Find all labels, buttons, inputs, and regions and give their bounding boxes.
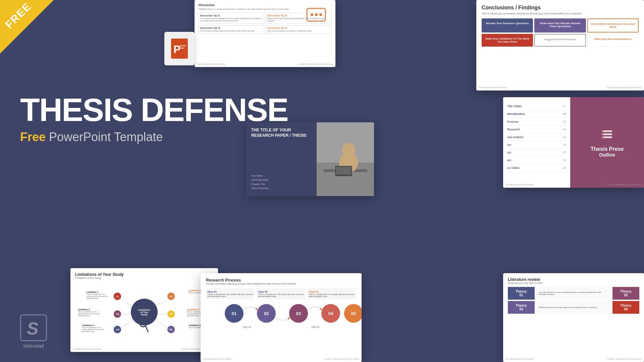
- slidesalad-logo: S slidesalad: [20, 314, 47, 349]
- literature-grid: Theory01 you will not want to cover ever…: [508, 287, 639, 314]
- outline-label-9: ce Slides: [507, 166, 520, 170]
- literature-subtitle: Areas that you may wish to cover: [508, 282, 639, 284]
- theory-01-desc: you will not want to cover everything th…: [536, 287, 611, 300]
- research-steps-top: Step 01 This is a sample text. You simpl…: [206, 288, 356, 299]
- conc-box-4: State Any Limitations To The Work You Ha…: [482, 34, 533, 47]
- watermark-left-outline: Free Slidesalad PowerPoint Template: [506, 184, 534, 186]
- outline-item-3: Purpose 03: [507, 118, 566, 126]
- step-04-label: Step 04: [311, 326, 319, 328]
- outline-num-4: 04: [563, 128, 566, 131]
- theory-02: Theory02: [612, 287, 639, 300]
- outline-label-1: Title Slides: [507, 105, 522, 108]
- watermark-research: Copyright © Slidesalad.com All rights re…: [324, 358, 359, 360]
- subtitle-rest: PowerPoint Template: [46, 130, 163, 144]
- watermark-left-research: Free Slidesalad PowerPoint Template: [203, 358, 231, 360]
- outline-num-6: 06: [563, 143, 566, 146]
- svg-text:01: 01: [232, 311, 236, 316]
- main-title-area: THESIS DEFENSE Free PowerPoint Template: [20, 94, 288, 144]
- lim-node-3: 03: [114, 326, 121, 333]
- outline-label-6: ion: [507, 143, 511, 146]
- your-name: Your Name: [251, 174, 312, 178]
- slide-research: Research Process Provide information reg…: [201, 273, 362, 362]
- outline-num-2: 02: [563, 112, 566, 116]
- step-01-box: Step 01 This is a sample text. You simpl…: [206, 288, 255, 299]
- outline-item-1: Title Slides 01: [507, 103, 566, 110]
- main-title-text: THESIS DEFENSE: [20, 92, 288, 128]
- outline-num-7: 07: [563, 151, 566, 154]
- outline-item-4: Research 04: [507, 126, 566, 133]
- lim-node-5: 05: [167, 310, 175, 318]
- slide-title-right: [317, 122, 374, 196]
- outline-right-icon: [600, 128, 614, 143]
- watermark-outline: Copyright © Slidesalad.com All rights re…: [607, 184, 641, 186]
- research-circles-svg: 01 02 03 04: [221, 303, 341, 324]
- conc-box-1: Restate Your Research Questions: [482, 18, 533, 33]
- free-label: FREE: [3, 0, 34, 31]
- outline-num-3: 03: [563, 120, 566, 123]
- conc-box-3: Show What Contribution You Have Made: [587, 18, 639, 33]
- tip-3-text: How do these findings relate to what oth…: [200, 30, 263, 32]
- slidesalad-label: slidesalad: [23, 343, 44, 349]
- slidesalad-icon: S: [20, 314, 47, 341]
- svg-rect-8: [179, 48, 184, 49]
- svg-point-3: [315, 13, 318, 16]
- discussion-title: Discussion: [199, 3, 331, 7]
- research-title: Research Process: [206, 278, 356, 283]
- conc-box-2: Show How Your Results Answer These Quest…: [534, 18, 586, 33]
- free-word: Free: [20, 130, 46, 144]
- watermark-left-discussion: Free Slidesalad PowerPoint Template: [197, 63, 225, 65]
- theory-03-desc: Different theories that may apply to you…: [536, 301, 611, 314]
- tip-4-text: How can you explain any unusual or surpr…: [267, 30, 330, 32]
- outline-right: Thesis Prese Outline: [570, 97, 644, 188]
- outline-item-5: ical Analysis 05: [507, 133, 566, 141]
- step-01-num: Step 01: [207, 290, 253, 293]
- step-03-num: Step 03: [258, 290, 304, 293]
- outline-item-7: ion 07: [507, 149, 566, 157]
- lim-node-4: 04: [167, 293, 175, 300]
- advisor-name: Name Of Advisor: [251, 186, 312, 191]
- outline-num-9: 09: [563, 166, 566, 170]
- conclusions-grid: Restate Your Research Questions Show How…: [482, 18, 639, 47]
- theory-03: Theory03: [508, 301, 535, 314]
- lim-node-6: 06: [167, 326, 175, 333]
- svg-rect-21: [336, 167, 351, 175]
- slide-limitations: Limitations of Your Study Limitations of…: [70, 268, 218, 352]
- slide-literature: Literature review Areas that you may wis…: [503, 273, 644, 362]
- svg-point-13: [602, 133, 604, 135]
- step-05-num: Step 05: [309, 290, 355, 293]
- program-title: Program Title: [251, 182, 312, 187]
- watermark-left-lit: Free Slidesalad PowerPoint Template: [506, 358, 534, 360]
- outline-label-4: Research: [507, 128, 520, 131]
- tip-1-text: This is where you will highlight what yo…: [200, 17, 263, 22]
- watermark-left-lim: Free Slidesalad PowerPoint Template: [73, 348, 101, 350]
- step-03-box: Step 03 This is a sample text. You simpl…: [257, 288, 305, 299]
- svg-text:P: P: [173, 43, 180, 55]
- watermark-conclusions: Copyright © Slidesalad.com All rights re…: [607, 86, 641, 88]
- outline-label-2: Introduction: [507, 112, 525, 116]
- lim-label-3: Limitation 3 This is a sample text. You …: [82, 324, 106, 333]
- lim-center-circle: Limitationsof YourStudy: [131, 299, 158, 325]
- outline-right-title: Thesis Prese: [591, 146, 624, 152]
- tip-3: Discussion Tip #3 How do these findings …: [199, 25, 264, 34]
- literature-inner: Literature review Areas that you may wis…: [503, 273, 644, 318]
- svg-line-23: [146, 326, 148, 332]
- research-inner: Research Process Provide information reg…: [201, 273, 362, 333]
- limitations-title: Limitations of Your Study: [75, 272, 213, 277]
- outline-item-8: ion 08: [507, 157, 566, 164]
- outline-item-6: ion 06: [507, 141, 566, 149]
- watermark-left-conclusions: Free Slidesalad PowerPoint Template: [479, 86, 507, 88]
- tip-3-title: Discussion Tip #3: [200, 27, 263, 29]
- svg-point-12: [602, 130, 604, 132]
- outline-left: Title Slides 01 Introduction 02 Purpose …: [503, 97, 570, 188]
- outline-num-5: 05: [563, 135, 566, 139]
- slide-conclusions: Conclusions / Findings This is where you…: [476, 0, 644, 90]
- ppt-icon: P: [164, 32, 195, 65]
- theory-01: Theory01: [508, 287, 535, 300]
- slide-discussion: Discussion Highlight what your results a…: [195, 0, 335, 67]
- svg-point-14: [602, 136, 604, 138]
- literature-title: Literature review: [508, 277, 639, 282]
- chat-icon: [305, 7, 329, 28]
- limitations-subtitle: Limitations of Your Study: [75, 277, 213, 279]
- slide-outline: Title Slides 01 Introduction 02 Purpose …: [503, 97, 644, 188]
- tip-1-title: Discussion Tip #1: [200, 14, 263, 17]
